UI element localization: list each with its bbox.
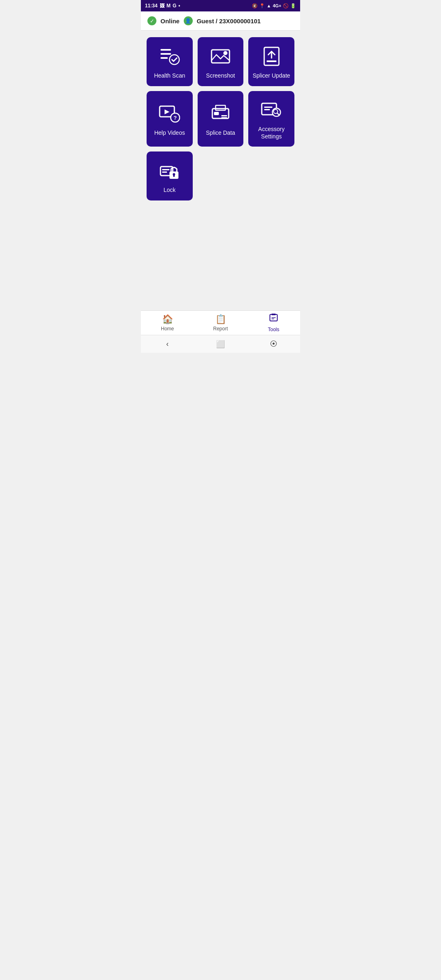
tools-icon (269, 313, 278, 325)
user-avatar-icon: 👤 (184, 16, 193, 25)
help-videos-label: Help Videos (154, 129, 185, 136)
svg-rect-15 (221, 115, 227, 116)
svg-rect-31 (272, 314, 276, 315)
location-icon: 📍 (259, 3, 265, 9)
status-bar: 11:34 🖼 M G • 🔇 📍 ▲ 4G+ 🚫 🔋 (141, 0, 300, 11)
battery-icon: 🔋 (290, 3, 296, 9)
network-icon: 4G+ (273, 3, 281, 8)
block-icon: 🚫 (283, 3, 289, 9)
back-button[interactable]: ‹ (159, 338, 176, 350)
report-icon: 📋 (215, 314, 226, 325)
svg-rect-17 (214, 112, 219, 115)
screenshot-label: Screenshot (206, 72, 235, 79)
online-label: Online (160, 18, 180, 24)
wifi-icon: ▲ (267, 3, 271, 8)
accessory-settings-tile[interactable]: Accessory Settings (248, 91, 294, 147)
tools-label: Tools (268, 327, 279, 332)
report-label: Report (213, 326, 228, 332)
splice-data-tile[interactable]: Splice Data (198, 91, 244, 147)
svg-rect-16 (221, 117, 227, 118)
svg-rect-28 (162, 169, 169, 170)
photo-icon: 🖼 (160, 3, 165, 9)
svg-rect-23 (264, 109, 270, 110)
help-videos-tile[interactable]: ? Help Videos (147, 91, 193, 147)
dot-indicator: • (178, 3, 180, 9)
accessory-settings-label: Accessory Settings (252, 125, 290, 140)
svg-rect-1 (160, 53, 171, 55)
lock-tile[interactable]: Lock (147, 151, 193, 200)
nav-report[interactable]: 📋 Report (194, 314, 247, 332)
online-status-icon: ✓ (147, 16, 156, 25)
svg-text:?: ? (174, 115, 177, 121)
bottom-nav: 🏠 Home 📋 Report Tools (141, 310, 300, 335)
home-icon: 🏠 (162, 314, 173, 325)
svg-rect-29 (162, 172, 167, 173)
user-label: Guest / 23X000000101 (197, 18, 261, 24)
splicer-update-tile[interactable]: Splicer Update (248, 37, 294, 86)
help-videos-icon: ? (159, 103, 180, 124)
svg-rect-22 (264, 107, 272, 108)
home-label: Home (161, 326, 174, 332)
accessory-settings-icon (261, 99, 282, 120)
home-button[interactable]: ⬜ (212, 338, 229, 350)
screenshot-icon (210, 46, 231, 67)
svg-rect-27 (173, 175, 175, 177)
lock-label: Lock (164, 186, 176, 194)
splicer-update-label: Splicer Update (253, 72, 290, 79)
status-left: 11:34 🖼 M G • (145, 3, 180, 9)
splice-data-icon (210, 103, 231, 124)
svg-point-5 (223, 51, 227, 55)
nav-tools[interactable]: Tools (247, 313, 300, 332)
svg-rect-0 (160, 49, 171, 51)
svg-rect-14 (216, 105, 225, 110)
online-header: ✓ Online 👤 Guest / 23X000000101 (141, 11, 300, 31)
system-nav-bar: ‹ ⬜ ⦿ (141, 335, 300, 353)
screenshot-tile[interactable]: Screenshot (198, 37, 244, 86)
svg-rect-8 (267, 60, 276, 62)
tools-grid: Health Scan Screenshot (141, 31, 300, 310)
lock-icon (159, 160, 180, 181)
health-scan-tile[interactable]: Health Scan (147, 37, 193, 86)
time-display: 11:34 (145, 3, 158, 9)
svg-marker-10 (165, 109, 169, 114)
health-scan-icon (159, 46, 180, 67)
splice-data-label: Splice Data (206, 129, 235, 136)
health-scan-label: Health Scan (154, 72, 185, 79)
nav-home[interactable]: 🏠 Home (141, 314, 194, 332)
g-icon: G (173, 3, 176, 9)
mail-icon: M (167, 3, 171, 9)
splicer-update-icon (261, 46, 282, 67)
recents-button[interactable]: ⦿ (265, 338, 282, 350)
svg-rect-2 (160, 57, 168, 59)
mute-icon: 🔇 (252, 3, 258, 9)
status-right: 🔇 📍 ▲ 4G+ 🚫 🔋 (252, 3, 296, 9)
